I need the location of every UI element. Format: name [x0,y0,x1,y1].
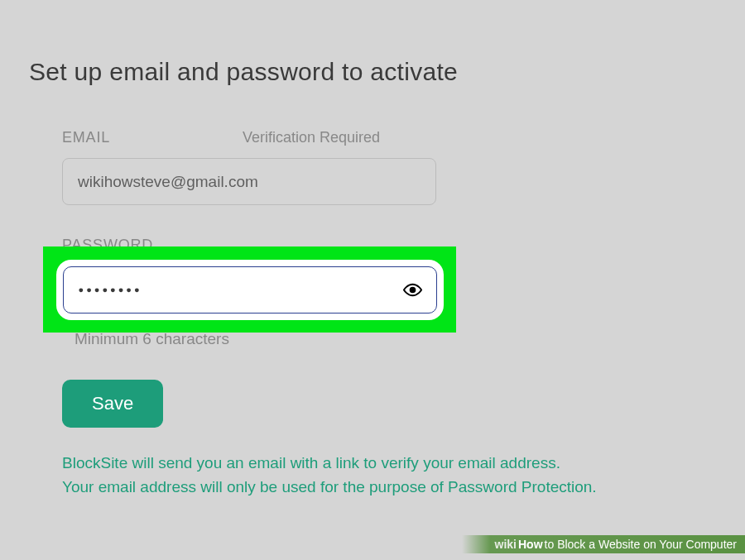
highlight-annotation: ●●●●●●●● [43,246,456,333]
password-input[interactable]: ●●●●●●●● [63,266,437,314]
email-label-row: EMAIL Verification Required [62,129,683,146]
info-text: BlockSite will send you an email with a … [62,451,683,500]
password-helper-text: Minimum 6 characters [74,330,683,348]
email-label: EMAIL [62,129,110,146]
show-password-icon[interactable] [403,280,423,299]
info-line-2: Your email address will only be used for… [62,475,683,499]
verification-required-label: Verification Required [243,129,380,146]
caption-bar: wikiHow to Block a Website on Your Compu… [462,535,745,553]
caption-text: to Block a Website on Your Computer [545,538,737,551]
save-button[interactable]: Save [62,380,163,428]
email-input[interactable] [62,158,436,205]
caption-prefix: wiki [495,538,517,551]
form-area: EMAIL Verification Required PASSWORD ●●●… [0,86,745,500]
page-title: Set up email and password to activate [0,0,745,86]
info-line-1: BlockSite will send you an email with a … [62,451,683,475]
password-masked-value: ●●●●●●●● [79,285,403,294]
password-section: PASSWORD ●●●●●●●● Minimum 6 characters [62,237,683,348]
svg-point-0 [411,287,416,292]
caption-how: How [518,538,543,551]
